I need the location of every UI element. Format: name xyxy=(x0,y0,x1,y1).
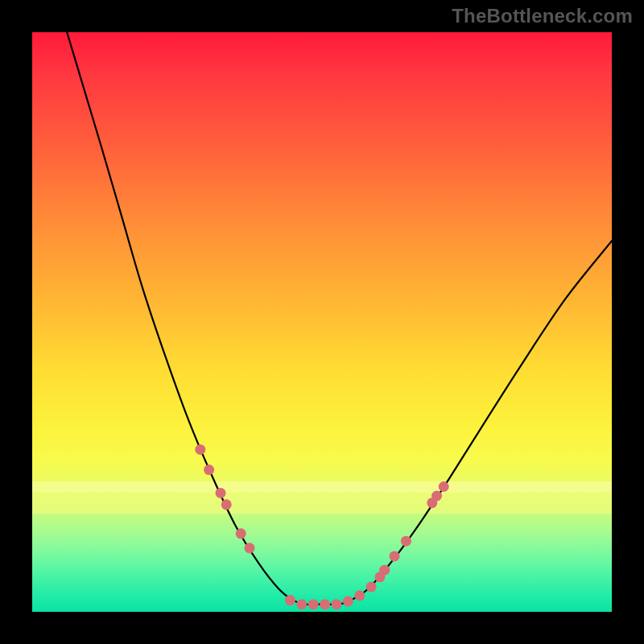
curve-marker xyxy=(332,599,342,609)
plot-area xyxy=(32,32,612,612)
curve-marker xyxy=(204,464,214,475)
curve-marker xyxy=(354,590,365,601)
curve-marker xyxy=(245,543,255,553)
chart-frame: TheBottleneck.com xyxy=(0,0,644,644)
curve-marker xyxy=(216,488,226,498)
curve-marker xyxy=(379,565,390,576)
curve-marker xyxy=(401,536,411,547)
curve-marker xyxy=(343,597,353,607)
curve-marker xyxy=(366,582,377,592)
curve-markers xyxy=(195,444,448,609)
curve-marker xyxy=(431,491,442,502)
curve-marker xyxy=(221,499,232,510)
bottleneck-curve xyxy=(67,32,612,605)
curve-svg xyxy=(32,32,612,612)
curve-marker xyxy=(439,481,449,492)
curve-marker xyxy=(296,599,307,609)
curve-marker xyxy=(320,599,330,609)
curve-marker xyxy=(308,599,319,609)
curve-marker xyxy=(390,551,400,561)
curve-marker xyxy=(285,595,295,605)
curve-marker xyxy=(195,444,205,455)
curve-marker xyxy=(236,528,246,539)
watermark-text: TheBottleneck.com xyxy=(452,5,633,27)
